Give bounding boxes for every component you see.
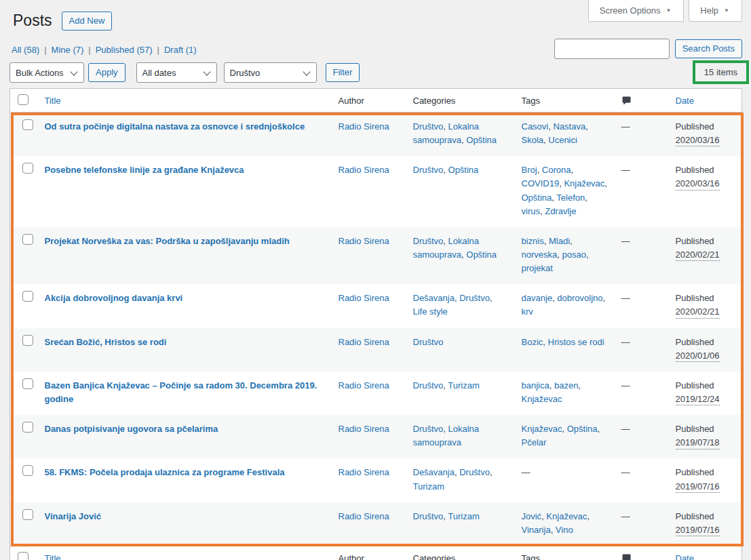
row-checkbox[interactable]: [22, 163, 33, 174]
add-new-button[interactable]: Add New: [62, 12, 113, 31]
sort-title-header[interactable]: Title: [45, 553, 61, 560]
category-link[interactable]: Društvo: [459, 293, 490, 303]
filter-link-all[interactable]: All (58): [12, 45, 39, 55]
category-link[interactable]: Dešavanja: [413, 293, 455, 303]
row-checkbox[interactable]: [22, 234, 33, 245]
author-link[interactable]: Radio Sirena: [339, 467, 389, 477]
category-link[interactable]: Društvo: [413, 236, 444, 246]
post-title-link[interactable]: 58. FKMS: Počela prodaja ulaznica za pro…: [45, 467, 285, 477]
post-title-link[interactable]: Posebne telefonske linije za građane Knj…: [45, 165, 244, 175]
row-checkbox[interactable]: [22, 509, 33, 520]
post-title-link[interactable]: Akcija dobrovoljnog davanja krvi: [45, 293, 183, 303]
sort-date-header[interactable]: Date: [676, 96, 694, 106]
category-link[interactable]: Društvo: [413, 424, 444, 434]
tag-link[interactable]: Corona: [542, 165, 571, 175]
row-checkbox[interactable]: [22, 465, 33, 476]
author-link[interactable]: Radio Sirena: [339, 337, 389, 347]
post-title-link[interactable]: Od sutra počinje digitalna nastava za os…: [45, 121, 305, 132]
category-filter-select[interactable]: Društvo: [224, 62, 317, 83]
category-link[interactable]: Turizam: [448, 511, 479, 521]
category-link[interactable]: Life style: [413, 306, 448, 317]
tag-link[interactable]: Ucenici: [548, 135, 577, 145]
tag-link[interactable]: Bozic: [522, 337, 543, 347]
tag-link[interactable]: projekat: [522, 263, 553, 273]
tag-link[interactable]: Knjaževac: [522, 424, 562, 434]
chevron-down-icon: ▼: [666, 7, 671, 14]
tag-link[interactable]: banjica: [522, 380, 550, 391]
row-checkbox[interactable]: [22, 119, 33, 130]
filter-link-draft[interactable]: Draft (1): [164, 45, 197, 55]
row-checkbox[interactable]: [22, 378, 33, 389]
author-link[interactable]: Radio Sirena: [339, 293, 389, 303]
author-link[interactable]: Radio Sirena: [339, 511, 389, 521]
filter-button[interactable]: Filter: [326, 63, 360, 82]
category-link[interactable]: Društvo: [413, 165, 444, 175]
search-input[interactable]: [554, 39, 670, 59]
tag-link[interactable]: bazen: [554, 380, 578, 391]
help-button[interactable]: Help ▼: [689, 0, 742, 22]
author-link[interactable]: Radio Sirena: [339, 424, 389, 434]
category-link[interactable]: Dešavanja: [413, 467, 455, 477]
filter-link-mine[interactable]: Mine (7): [52, 45, 84, 55]
tag-link[interactable]: Opština: [522, 193, 552, 203]
post-title-link[interactable]: Bazen Banjica Knjaževac – Počinje sa rad…: [45, 380, 317, 404]
tag-link[interactable]: Casovi: [522, 121, 549, 132]
tag-link[interactable]: Knjaževac: [546, 511, 587, 521]
author-link[interactable]: Radio Sirena: [339, 236, 389, 246]
post-title-link[interactable]: Srećan Božić, Hristos se rodi: [45, 337, 167, 347]
tag-link[interactable]: Jović: [522, 511, 542, 521]
category-link[interactable]: Društvo: [413, 121, 444, 132]
category-link[interactable]: Opština: [466, 135, 497, 145]
tag-link[interactable]: Knjaževac: [564, 178, 604, 188]
tag-link[interactable]: Opština: [567, 424, 598, 434]
select-all-checkbox[interactable]: [18, 552, 28, 560]
screen-options-button[interactable]: Screen Options ▼: [588, 0, 685, 22]
tag-link[interactable]: Knjaževac: [522, 394, 562, 404]
category-link[interactable]: Opština: [448, 165, 479, 175]
filter-link-published[interactable]: Published (57): [96, 45, 153, 55]
tag-link[interactable]: Vino: [556, 525, 573, 535]
tag-link[interactable]: dobrovoljno: [557, 293, 602, 303]
tag-link[interactable]: Hristos se rodi: [548, 337, 604, 347]
category-link[interactable]: Društvo: [413, 337, 444, 347]
tag-link[interactable]: Pčelar: [522, 437, 547, 447]
apply-button[interactable]: Apply: [88, 63, 126, 82]
category-link[interactable]: Turizam: [413, 481, 444, 492]
search-posts-button[interactable]: Search Posts: [675, 39, 742, 58]
row-checkbox[interactable]: [22, 291, 33, 302]
tag-link[interactable]: Telefon: [556, 193, 585, 203]
category-link[interactable]: Opština: [466, 249, 497, 260]
category-link[interactable]: Društvo: [459, 467, 490, 477]
tag-link[interactable]: Nastava: [553, 121, 585, 132]
author-link[interactable]: Radio Sirena: [339, 380, 389, 391]
tag-link[interactable]: norveska: [522, 249, 558, 260]
tag-link[interactable]: davanje: [522, 293, 553, 303]
tag-link[interactable]: Vinarija: [522, 525, 551, 535]
category-link[interactable]: Turizam: [448, 380, 479, 391]
tag-link[interactable]: virus: [522, 206, 540, 216]
sort-title-header[interactable]: Title: [45, 96, 61, 106]
tag-link[interactable]: COVID19: [522, 178, 560, 188]
tag-link[interactable]: Mladi: [549, 236, 570, 246]
author-link[interactable]: Radio Sirena: [339, 165, 389, 175]
tag-link[interactable]: biznis: [522, 236, 544, 246]
sort-date-header[interactable]: Date: [676, 553, 694, 560]
tag-link[interactable]: Skola: [522, 135, 544, 145]
separator: |: [157, 45, 159, 55]
category-link[interactable]: Društvo: [413, 511, 444, 521]
row-checkbox[interactable]: [22, 422, 33, 433]
post-title-link[interactable]: Vinarija Jović: [45, 511, 102, 521]
tag-link[interactable]: krv: [522, 306, 533, 317]
tag-link[interactable]: posao: [562, 249, 585, 260]
date-filter-select[interactable]: All dates: [136, 62, 217, 83]
post-title-link[interactable]: Projekat Norveška za vas: Podrška u zapo…: [45, 236, 290, 246]
author-link[interactable]: Radio Sirena: [339, 121, 389, 132]
bulk-actions-select[interactable]: Bulk Actions: [9, 62, 84, 83]
chevron-down-icon: ▼: [724, 7, 729, 14]
select-all-checkbox[interactable]: [18, 94, 28, 105]
row-checkbox[interactable]: [22, 335, 33, 346]
tag-link[interactable]: Broj: [522, 165, 537, 175]
category-link[interactable]: Društvo: [413, 380, 444, 391]
post-title-link[interactable]: Danas potpisivanje ugovora sa pčelarima: [45, 424, 218, 434]
tag-link[interactable]: Zdravlje: [545, 206, 576, 216]
